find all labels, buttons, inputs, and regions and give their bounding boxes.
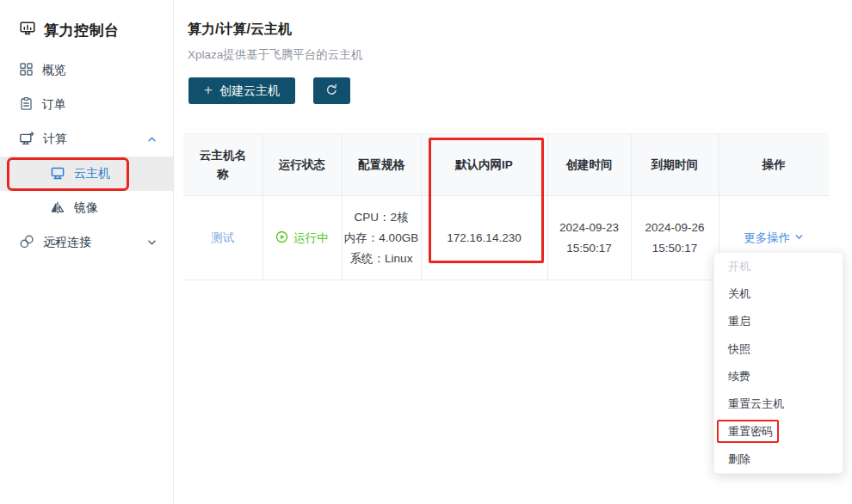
host-name-cell: 测试 xyxy=(183,196,262,280)
sidebar-item-images[interactable]: 镜像 xyxy=(0,191,173,225)
menu-item-power-on: 开机 xyxy=(714,253,843,280)
sidebar-item-label: 概览 xyxy=(42,63,66,78)
expires-date: 2024-09-26 xyxy=(632,218,719,238)
column-header-name: 云主机名称 xyxy=(183,134,262,196)
order-icon xyxy=(19,96,34,114)
chevron-down-icon xyxy=(794,231,804,244)
column-header-actions: 操作 xyxy=(719,134,829,196)
refresh-icon xyxy=(324,83,339,100)
sidebar-item-compute[interactable]: 计算 xyxy=(0,122,173,157)
menu-item-snapshot[interactable]: 快照 xyxy=(714,335,843,363)
plus-icon: + xyxy=(204,83,213,97)
host-ip-cell: 172.16.14.230 xyxy=(421,196,547,280)
more-actions-link[interactable]: 更多操作 xyxy=(744,230,804,246)
status-label: 运行中 xyxy=(293,230,329,246)
grid-icon xyxy=(19,62,34,79)
toolbar: + 创建云主机 xyxy=(188,77,350,104)
host-name-link[interactable]: 测试 xyxy=(211,231,234,244)
created-date: 2024-09-23 xyxy=(548,218,631,238)
host-config-cell: CPU：2核 内存：4.00GB 系统：Linux xyxy=(342,196,421,280)
breadcrumb: 算力/计算/云主机 xyxy=(188,21,292,39)
host-expires-cell: 2024-09-26 15:50:17 xyxy=(631,196,719,280)
config-os: 系统：Linux xyxy=(343,249,421,269)
sidebar-item-overview[interactable]: 概览 xyxy=(0,53,173,88)
create-host-button[interactable]: + 创建云主机 xyxy=(188,77,295,104)
sidebar-nav: 概览 订单 xyxy=(0,53,173,260)
column-header-ip: 默认内网IP xyxy=(421,134,547,196)
expires-time: 15:50:17 xyxy=(632,238,719,259)
sidebar: 算力控制台 概览 xyxy=(0,0,174,504)
sidebar-item-remote-connect[interactable]: 远程连接 xyxy=(0,225,173,260)
remote-link-icon xyxy=(19,234,34,252)
created-time: 15:50:17 xyxy=(548,238,631,259)
console-screen: 算力控制台 概览 xyxy=(0,0,852,504)
main-content: 算力/计算/云主机 Xplaza提供基于飞腾平台的云主机 + 创建云主机 xyxy=(174,0,852,504)
play-circle-icon xyxy=(275,230,288,246)
host-status-cell: 运行中 xyxy=(262,196,342,280)
mirror-icon xyxy=(50,200,65,218)
chevron-up-icon xyxy=(146,134,157,145)
compute-icon xyxy=(19,131,34,149)
menu-item-reset-host[interactable]: 重置云主机 xyxy=(714,390,843,418)
more-actions-label: 更多操作 xyxy=(744,230,790,246)
cloud-host-icon xyxy=(50,165,65,183)
refresh-button[interactable] xyxy=(313,77,350,104)
sidebar-item-orders[interactable]: 订单 xyxy=(0,88,173,122)
config-cpu: CPU：2核 xyxy=(343,207,421,228)
column-header-status: 运行状态 xyxy=(262,134,342,196)
create-host-label: 创建云主机 xyxy=(219,83,280,99)
column-header-created: 创建时间 xyxy=(547,134,631,196)
app-title: 算力控制台 xyxy=(0,0,173,41)
sidebar-item-label: 远程连接 xyxy=(43,235,91,250)
sidebar-item-cloud-host[interactable]: 云主机 xyxy=(0,157,173,191)
page-subtitle: Xplaza提供基于飞腾平台的云主机 xyxy=(188,47,362,63)
config-memory: 内存：4.00GB xyxy=(343,228,421,249)
app-title-label: 算力控制台 xyxy=(44,21,120,40)
column-header-expires: 到期时间 xyxy=(631,134,719,196)
console-logo-icon xyxy=(19,20,36,40)
sidebar-item-label: 计算 xyxy=(43,132,67,147)
more-actions-dropdown: 开机 关机 重启 快照 续费 重置云主机 重置密码 删除 xyxy=(713,252,843,474)
menu-item-power-off[interactable]: 关机 xyxy=(714,280,843,308)
menu-item-reboot[interactable]: 重启 xyxy=(714,308,843,335)
chevron-down-icon xyxy=(146,237,157,249)
status-badge: 运行中 xyxy=(275,230,329,246)
menu-item-delete[interactable]: 删除 xyxy=(714,446,843,473)
host-created-cell: 2024-09-23 15:50:17 xyxy=(547,196,631,280)
sidebar-item-label: 订单 xyxy=(42,97,66,113)
sidebar-item-label: 云主机 xyxy=(74,166,110,181)
menu-item-reset-password[interactable]: 重置密码 xyxy=(714,418,843,446)
column-header-config: 配置规格 xyxy=(342,134,421,196)
menu-item-renew[interactable]: 续费 xyxy=(714,363,843,390)
table-header-row: 云主机名称 运行状态 配置规格 默认内网IP 创建时间 到期时间 操作 xyxy=(183,134,829,196)
sidebar-item-label: 镜像 xyxy=(74,200,98,216)
